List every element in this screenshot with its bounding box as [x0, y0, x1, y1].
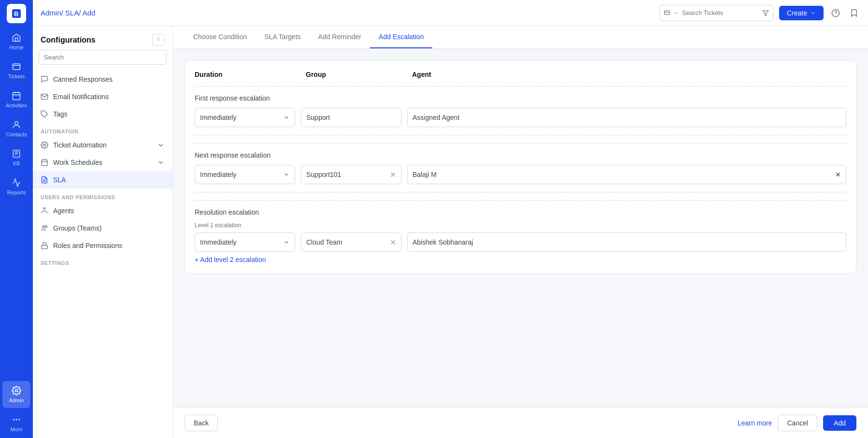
- help-button[interactable]: [829, 7, 842, 19]
- schedule-icon: [41, 159, 48, 166]
- filter-icon[interactable]: [762, 10, 769, 16]
- next-response-agent-clear-icon[interactable]: ✕: [835, 171, 841, 178]
- chevron-down-icon-3: [283, 239, 290, 246]
- topbar-inbox-icon: [664, 10, 670, 16]
- agents-label: Agents: [53, 207, 74, 215]
- tag-icon: [41, 110, 48, 118]
- next-response-duration-dropdown[interactable]: Immediately: [195, 165, 295, 184]
- first-response-section: First response escalation Immediately Su…: [195, 86, 846, 127]
- sidebar-header: Configurations: [33, 26, 172, 50]
- add-button[interactable]: Add: [823, 415, 856, 431]
- first-response-row: Immediately Support Assigned Agent: [195, 108, 846, 127]
- sidebar-item-agents[interactable]: Agents: [33, 202, 172, 219]
- nav-reports-label: Reports: [7, 190, 26, 195]
- cancel-button[interactable]: Cancel: [778, 415, 817, 431]
- svg-point-8: [16, 419, 17, 420]
- search-input[interactable]: [682, 9, 759, 16]
- create-dropdown-icon: [810, 10, 816, 16]
- svg-point-9: [19, 419, 20, 420]
- bookmark-button[interactable]: [848, 7, 860, 19]
- tab-add-reminder[interactable]: Add Reminder: [310, 26, 370, 48]
- svg-point-7: [13, 419, 14, 420]
- sidebar-item-reports[interactable]: Reports: [2, 173, 30, 200]
- header-group: Group: [301, 71, 407, 78]
- sidebar: Configurations Canned Responses Email No…: [33, 26, 173, 438]
- header-duration: Duration: [195, 71, 301, 78]
- divider-1: [195, 135, 846, 135]
- sidebar-item-sla[interactable]: SLA: [33, 171, 172, 189]
- first-response-group-input[interactable]: Support: [301, 108, 401, 127]
- tab-sla-targets[interactable]: SLA Targets: [256, 26, 309, 48]
- page-content: Duration Group Agent First response esca…: [173, 49, 868, 408]
- sla-label: SLA: [53, 176, 66, 184]
- users-permissions-section-label: USERS AND PERMISSIONS: [33, 189, 172, 202]
- header-agent: Agent: [407, 71, 846, 78]
- resolution-section: Resolution escalation Level 1 escalation…: [195, 200, 846, 263]
- svg-rect-10: [665, 10, 670, 14]
- groups-label: Groups (Teams): [53, 224, 101, 232]
- page-footer: Back Learn more Cancel Add: [173, 408, 868, 438]
- resolution-group-clear-icon[interactable]: ✕: [390, 238, 396, 247]
- sidebar-collapse-button[interactable]: [152, 34, 165, 46]
- groups-icon: [41, 224, 48, 232]
- back-button[interactable]: Back: [185, 415, 218, 431]
- sidebar-item-tickets[interactable]: Tickets: [2, 57, 30, 84]
- first-response-title: First response escalation: [195, 94, 846, 102]
- chevron-down-icon-2: [283, 171, 290, 178]
- nav-home-label: Home: [9, 44, 23, 50]
- message-icon: [41, 75, 48, 83]
- chevron-down-icon: [283, 114, 290, 121]
- sidebar-item-email-notifications[interactable]: Email Notifications: [33, 88, 172, 105]
- add-level-2-button[interactable]: + Add level 2 escalation: [195, 252, 266, 263]
- sidebar-item-groups[interactable]: Groups (Teams): [33, 219, 172, 237]
- nav-admin-label: Admin: [9, 397, 24, 403]
- sidebar-item-activities[interactable]: Activities: [2, 86, 30, 113]
- table-header: Duration Group Agent: [195, 71, 846, 84]
- level-1-label: Level 1 escalation: [195, 222, 846, 229]
- expand-icon: [157, 141, 165, 149]
- learn-more-link[interactable]: Learn more: [738, 419, 772, 427]
- svg-rect-16: [42, 160, 47, 166]
- nav-kb-label: KB: [13, 161, 20, 166]
- resolution-group-input[interactable]: Cloud Team ✕: [301, 233, 401, 252]
- sidebar-item-ticket-automation[interactable]: Ticket Automation: [33, 136, 172, 154]
- topbar-dropdown-icon: [673, 10, 679, 16]
- headset-icon: [41, 207, 48, 215]
- svg-marker-11: [763, 10, 768, 15]
- svg-point-21: [45, 226, 47, 228]
- nav-tickets-label: Tickets: [8, 73, 25, 79]
- first-response-agent-input[interactable]: Assigned Agent: [407, 108, 846, 127]
- resolution-row: Immediately Cloud Team ✕ Abishek Sobhana…: [195, 233, 846, 252]
- sidebar-item-admin[interactable]: Admin: [2, 381, 30, 408]
- svg-point-20: [43, 226, 44, 228]
- sidebar-item-kb[interactable]: KB: [2, 144, 30, 171]
- resolution-duration-dropdown[interactable]: Immediately: [195, 233, 295, 252]
- next-response-agent-input[interactable]: Balaji M ✕: [407, 165, 846, 184]
- resolution-agent-input[interactable]: Abishek Sobhanaraj: [407, 233, 846, 252]
- nav-activities-label: Activities: [6, 102, 27, 108]
- sidebar-item-canned-responses[interactable]: Canned Responses: [33, 71, 172, 88]
- tab-add-escalation[interactable]: Add Escalation: [370, 26, 432, 48]
- tab-choose-condition[interactable]: Choose Condition: [185, 26, 256, 48]
- sidebar-item-work-schedules[interactable]: Work Schedules: [33, 154, 172, 171]
- next-response-group-input[interactable]: Support101 ✕: [301, 165, 401, 184]
- next-response-group-clear-icon[interactable]: ✕: [390, 170, 396, 179]
- tags-label: Tags: [53, 110, 68, 118]
- svg-rect-3: [13, 92, 20, 100]
- roles-label: Roles and Permissions: [53, 242, 122, 249]
- tabs-bar: Choose Condition SLA Targets Add Reminde…: [173, 26, 868, 49]
- app-logo[interactable]: B: [7, 4, 26, 23]
- next-response-title: Next response escalation: [195, 151, 846, 159]
- sidebar-item-home[interactable]: Home: [2, 28, 30, 55]
- sidebar-search-input[interactable]: [39, 50, 167, 65]
- topbar-search-box[interactable]: [659, 5, 773, 21]
- sidebar-item-contacts[interactable]: Contacts: [2, 115, 30, 142]
- create-button[interactable]: Create: [779, 6, 824, 20]
- sidebar-item-roles[interactable]: Roles and Permissions: [33, 237, 172, 254]
- sidebar-item-more[interactable]: More: [2, 410, 30, 437]
- first-response-duration-dropdown[interactable]: Immediately: [195, 108, 295, 127]
- sidebar-item-tags[interactable]: Tags: [33, 105, 172, 123]
- email-icon: [41, 93, 48, 101]
- svg-text:B: B: [14, 10, 18, 17]
- svg-rect-2: [13, 64, 20, 70]
